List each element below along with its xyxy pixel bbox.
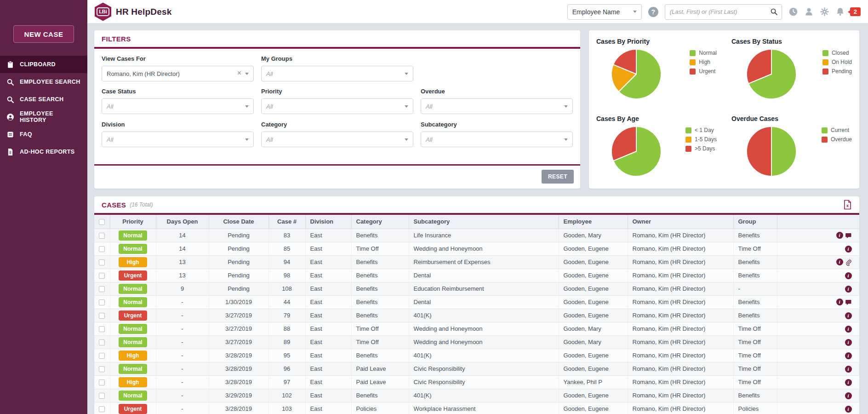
cell-category: Policies [351,402,409,414]
row-checkbox[interactable] [99,233,105,239]
cell-employee: Gooden, Eugene [559,349,628,362]
row-checkbox[interactable] [99,259,105,265]
my-groups-select[interactable]: All [261,66,413,81]
overdue-select[interactable]: All [421,98,573,114]
row-checkbox[interactable] [99,286,105,292]
row-checkbox[interactable] [99,366,105,372]
sidebar: NEW CASE CLIPBOARDEMPLOYEE SEARCHCASE SE… [0,0,87,414]
export-excel-icon[interactable]: x [843,200,852,210]
search-input[interactable] [670,8,770,15]
info-icon[interactable]: i [845,406,852,413]
column-header-days-open[interactable]: Days Open [156,215,209,229]
row-checkbox[interactable] [99,380,105,385]
row-checkbox[interactable] [99,299,105,305]
cell-close-date: 3/28/2019 [209,375,268,389]
info-icon[interactable]: i [836,232,843,239]
column-header-division[interactable]: Division [305,215,351,229]
legend-label: 1-5 Days [695,136,717,143]
column-header-category[interactable]: Category [351,215,409,229]
sidebar-item-ad-hoc-reports[interactable]: AD-HOC REPORTS [0,143,87,161]
sidebar-item-label: EMPLOYEE SEARCH [20,79,80,85]
info-icon[interactable]: i [845,392,852,399]
info-icon[interactable]: i [845,366,852,373]
column-header-case[interactable]: Case # [268,215,305,229]
info-icon[interactable]: i [845,272,852,279]
column-header-priority[interactable]: Priority [110,215,156,229]
cell-owner: Romano, Kim (HR Director) [628,389,733,402]
info-icon[interactable]: i [845,352,852,359]
info-icon[interactable]: i [845,246,852,253]
row-checkbox[interactable] [99,353,105,359]
cell-priority: High [110,255,156,269]
info-icon[interactable]: i [845,286,852,293]
select-all-checkbox[interactable] [99,219,105,225]
history-clock-icon[interactable] [788,7,798,17]
filter-case-status: Case StatusAll [102,88,254,114]
column-header-owner[interactable]: Owner [628,215,733,229]
cell-employee: Gooden, Eugene [559,362,628,375]
cell-group: Benefits [733,269,777,282]
bell-icon[interactable] [835,7,845,17]
sidebar-item-faq[interactable]: FAQ [0,126,87,143]
cell-subcategory: Civic Responsibility [409,375,559,389]
user-icon[interactable] [804,7,814,17]
division-select[interactable]: All [102,132,254,147]
row-checkbox[interactable] [99,273,105,279]
filter-priority: PriorityAll [261,88,413,114]
column-header-actions [777,215,859,229]
chevron-down-icon [564,138,568,141]
comment-icon[interactable] [845,232,852,239]
row-checkbox[interactable] [99,339,105,345]
row-checkbox[interactable] [99,313,105,319]
notification-badge[interactable]: 2 [850,7,861,16]
table-header-row: PriorityDays OpenClose DateCase #Divisio… [94,215,859,229]
cell-actions: i [777,335,859,349]
gear-icon[interactable] [820,7,829,17]
reset-button[interactable]: RESET [542,170,574,184]
search-icon[interactable] [770,8,778,16]
info-icon[interactable]: i [845,312,852,319]
sidebar-item-employee-search[interactable]: EMPLOYEE SEARCH [0,73,87,91]
legend-label: < 1 Day [695,127,714,133]
row-checkbox[interactable] [99,326,105,332]
sidebar-item-employee-history[interactable]: EMPLOYEE HISTORY [0,108,87,126]
search-scope-select[interactable]: Employee Name [567,4,642,20]
cell-subcategory: 401(K) [409,389,559,402]
legend-item: Overdue [822,136,852,143]
sidebar-item-case-search[interactable]: CASE SEARCH [0,91,87,108]
legend-label: Normal [699,50,717,56]
priority-select[interactable]: All [261,98,413,114]
column-header-employee[interactable]: Employee [559,215,628,229]
comment-icon[interactable] [845,299,852,306]
case-status-select[interactable]: All [102,98,254,114]
sidebar-item-clipboard[interactable]: CLIPBOARD [0,56,87,73]
column-header-group[interactable]: Group [733,215,777,229]
cell-category: Benefits [351,349,409,362]
info-icon[interactable]: i [845,339,852,346]
priority-badge: Normal [119,364,147,374]
view-cases-for-select[interactable]: Romano, Kim (HR Director) × [102,66,254,81]
category-select[interactable]: All [261,132,413,147]
cell-select [94,335,110,349]
subcategory-select[interactable]: All [421,132,573,147]
cell-close-date: 3/28/2019 [209,362,268,375]
new-case-button[interactable]: NEW CASE [13,25,74,43]
row-checkbox[interactable] [99,246,105,252]
filter-view-cases-for: View Cases For Romano, Kim (HR Director)… [102,55,254,81]
filter-label: Case Status [102,88,254,95]
info-icon[interactable]: i [845,379,852,386]
cell-days-open: - [156,322,209,335]
info-icon[interactable]: i [845,326,852,333]
row-checkbox[interactable] [99,406,105,412]
user-icon [6,113,14,121]
column-header-subcategory[interactable]: Subcategory [409,215,559,229]
clear-icon[interactable]: × [237,69,245,78]
paperclip-icon[interactable] [845,259,852,266]
info-icon[interactable]: i [836,259,843,265]
help-icon[interactable]: ? [648,7,658,17]
info-icon[interactable]: i [836,299,843,305]
filters-panel: FILTERS View Cases For Romano, Kim (HR D… [94,30,580,189]
row-checkbox[interactable] [99,393,105,399]
chart-overdue-cases: Overdue CasesCurrentOverdue [724,109,859,187]
column-header-close-date[interactable]: Close Date [209,215,268,229]
